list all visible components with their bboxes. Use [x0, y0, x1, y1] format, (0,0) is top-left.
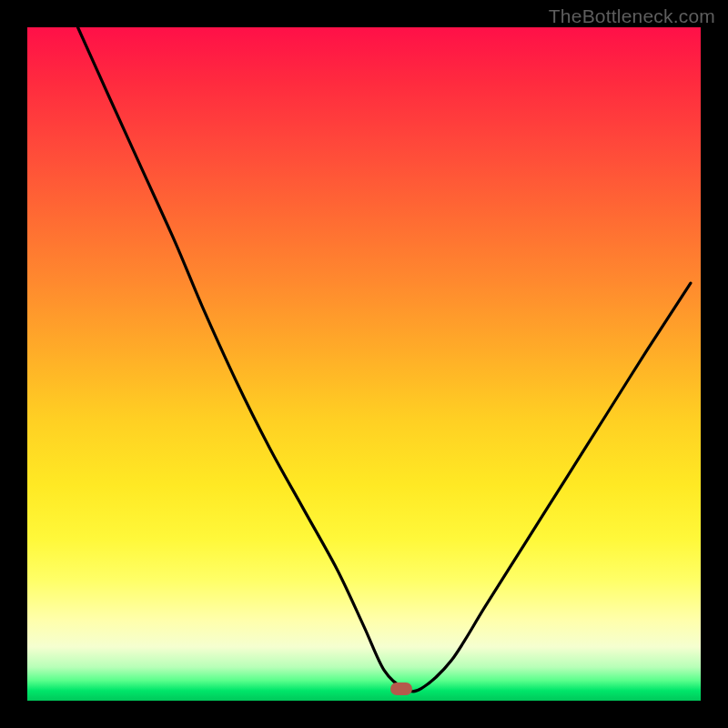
optimal-marker	[390, 682, 412, 695]
curve-layer	[27, 27, 701, 701]
chart-stage: TheBottleneck.com	[0, 0, 728, 728]
bottleneck-curve	[78, 27, 691, 692]
watermark-text: TheBottleneck.com	[549, 5, 715, 27]
